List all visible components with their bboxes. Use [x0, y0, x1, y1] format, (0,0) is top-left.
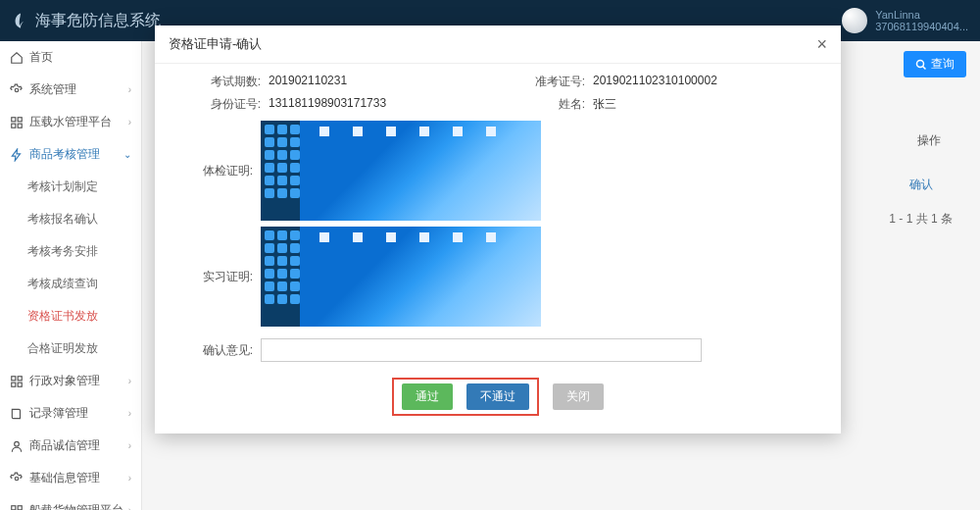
- confirm-modal: 资格证申请-确认 × 考试期数: 201902110231 准考证号: 2019…: [155, 26, 841, 434]
- modal-footer: 通过 不通过 关闭: [172, 378, 823, 416]
- intern-proof-label: 实习证明:: [172, 269, 261, 285]
- modal-title: 资格证申请-确认: [169, 35, 262, 53]
- ticket-label: 准考证号:: [507, 74, 585, 90]
- ticket-value: 2019021102310100002: [593, 74, 823, 90]
- close-button[interactable]: 关闭: [553, 383, 604, 410]
- modal-header: 资格证申请-确认 ×: [155, 26, 841, 64]
- name-label: 姓名:: [507, 96, 585, 113]
- highlight-box: 通过 不通过: [392, 378, 539, 416]
- idno-value: 131181198903171733: [269, 96, 499, 113]
- opinion-input[interactable]: [261, 338, 702, 362]
- pass-button[interactable]: 通过: [402, 383, 453, 410]
- medical-proof-label: 体检证明:: [172, 163, 261, 179]
- exam-period-label: 考试期数:: [172, 74, 261, 90]
- intern-proof-image[interactable]: [261, 227, 541, 327]
- idno-label: 身份证号:: [172, 96, 261, 113]
- opinion-label: 确认意见:: [172, 342, 261, 359]
- reject-button[interactable]: 不通过: [466, 383, 529, 410]
- name-value: 张三: [593, 96, 823, 113]
- close-icon[interactable]: ×: [816, 35, 827, 53]
- exam-period-value: 201902110231: [269, 74, 499, 90]
- medical-proof-image[interactable]: [261, 121, 541, 221]
